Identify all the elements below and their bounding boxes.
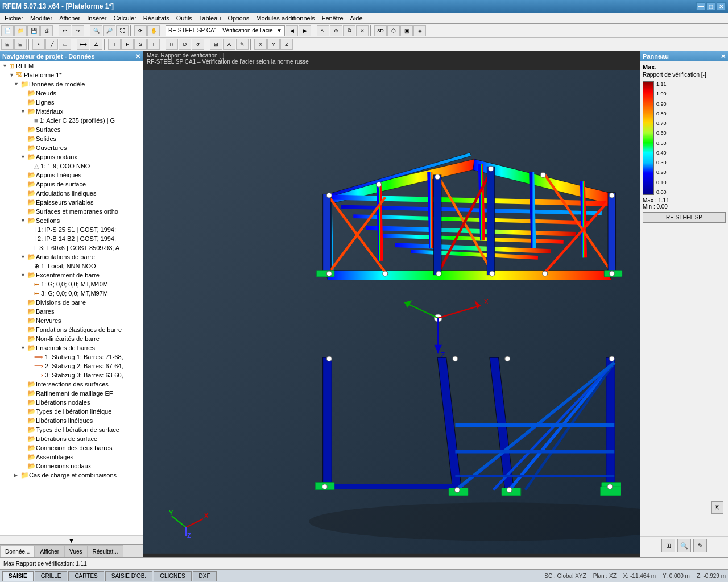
tb2-deform[interactable]: D — [179, 39, 191, 50]
menu-tableau[interactable]: Tableau — [196, 14, 225, 22]
tree-appuis-nodaux-1[interactable]: △ 1: 1-9; OOO NNO — [0, 161, 143, 171]
close-button[interactable]: ✕ — [717, 2, 726, 10]
tb2-stress[interactable]: σ — [192, 39, 204, 50]
tree-artic-barre[interactable]: ▼ 📂 Articulations de barre — [0, 252, 143, 261]
tb2-results[interactable]: R — [166, 39, 178, 50]
tb2-y[interactable]: Y — [267, 39, 280, 50]
tree-nervures[interactable]: 📂 Nervures — [0, 316, 143, 325]
tb-render[interactable]: ▣ — [400, 25, 413, 36]
tb-move[interactable]: ⊕ — [330, 25, 342, 36]
tree-section-3[interactable]: L 3: L 60x6 | GOST 8509-93; A — [0, 243, 143, 252]
tree-assemblages[interactable]: 📂 Assemblages — [0, 452, 143, 462]
tb2-filter[interactable]: ⊞ — [210, 39, 222, 50]
tree-liberations-nodales[interactable]: 📂 Libérations nodales — [0, 398, 143, 407]
tree-intersections[interactable]: 📂 Intersections des surfaces — [0, 380, 143, 389]
menu-modules[interactable]: Modules additionnels — [253, 14, 318, 22]
tb-new[interactable]: 📄 — [1, 25, 14, 36]
window-controls[interactable]: — □ ✕ — [696, 2, 726, 10]
tb-redo[interactable]: ↪ — [72, 25, 84, 36]
tb-undo[interactable]: ↩ — [59, 25, 71, 36]
tree-appuis-surface[interactable]: 📂 Appuis de surface — [0, 180, 143, 189]
tb-rotate[interactable]: ⟳ — [134, 25, 147, 36]
bottom-tab-glignes[interactable]: GLIGNES — [154, 571, 191, 581]
tree-excent-1[interactable]: ⇤ 1: G; 0,0; 0,0; MT,M40M — [0, 280, 143, 289]
tree-area[interactable]: ▼ ⊞ RFEM ▼ 🏗 Plateforme 1* ▼ 📁 Données d… — [0, 61, 143, 535]
menu-aide[interactable]: Aide — [347, 14, 366, 22]
tb2-grid[interactable]: ⊟ — [14, 39, 27, 50]
tb2-node[interactable]: • — [32, 39, 45, 50]
tb-save[interactable]: 💾 — [27, 25, 40, 36]
bottom-tab-dxf[interactable]: DXF — [193, 571, 217, 581]
tb-open[interactable]: 📁 — [14, 25, 27, 36]
panel-icon-3[interactable]: ✎ — [693, 539, 707, 552]
left-panel-close[interactable]: ✕ — [135, 53, 140, 60]
left-tab-donnees[interactable]: Donnée... — [0, 545, 35, 557]
left-tab-resultat[interactable]: Résultat... — [88, 545, 123, 557]
tree-liberations-surface[interactable]: 📂 Libérations de surface — [0, 434, 143, 443]
scroll-down-btn[interactable]: ▼ — [0, 535, 143, 544]
tree-sections[interactable]: ▼ 📂 Sections — [0, 216, 143, 225]
tb2-angle[interactable]: ∠ — [90, 39, 102, 50]
tree-excentrement[interactable]: ▼ 📂 Excentrement de barre — [0, 271, 143, 280]
tb-zoom-in[interactable]: 🔍 — [90, 25, 102, 36]
tb2-view-top[interactable]: T — [108, 39, 121, 50]
bottom-tab-saisie-ob[interactable]: SAISIE D'OB. — [105, 571, 152, 581]
tb-wire[interactable]: ⬡ — [387, 25, 400, 36]
tree-articulations-lineiques[interactable]: 📂 Articulations linéiques — [0, 189, 143, 198]
menu-afficher[interactable]: Afficher — [56, 14, 84, 22]
tree-model[interactable]: ▼ 🏗 Plateforme 1* — [0, 70, 143, 80]
rf-steel-button[interactable]: RF-STEEL SP — [643, 212, 726, 223]
bottom-tab-grille[interactable]: GRILLE — [35, 571, 68, 581]
left-tab-afficher[interactable]: Afficher — [35, 545, 64, 557]
tb2-view-iso[interactable]: I — [147, 39, 160, 50]
tree-non-linearites[interactable]: 📂 Non-linéarités de barre — [0, 334, 143, 343]
tb-print[interactable]: 🖨 — [40, 25, 53, 36]
tree-excent-3[interactable]: ⇤ 3: G; 0,0; 0,0; MT,M97M — [0, 289, 143, 298]
tb2-label[interactable]: A — [223, 39, 235, 50]
tree-root-rfem[interactable]: ▼ ⊞ RFEM — [0, 61, 143, 70]
tb-nav-left[interactable]: ◀ — [286, 25, 298, 36]
tb-nav-right[interactable]: ▶ — [299, 25, 311, 36]
tree-divisions-barre[interactable]: 📂 Divisions de barre — [0, 298, 143, 307]
tree-types-lib-surface[interactable]: 📂 Types de libération de surface — [0, 425, 143, 434]
menu-calculer[interactable]: Calculer — [110, 14, 139, 22]
tb-copy[interactable]: ⧉ — [343, 25, 355, 36]
tree-surfaces[interactable]: 📂 Surfaces — [0, 125, 143, 134]
tb2-measure[interactable]: ⟷ — [77, 39, 89, 50]
tree-ens-3[interactable]: ⟹ 3: Stabzug 3: Barres: 63-60, — [0, 371, 143, 380]
tb-zoom-out[interactable]: 🔎 — [103, 25, 115, 36]
tb2-view-side[interactable]: S — [134, 39, 147, 50]
tb2-z[interactable]: Z — [280, 39, 293, 50]
tree-connexions-nodaux[interactable]: 📂 Connexions nodaux — [0, 462, 143, 471]
tree-materiaux-1[interactable]: ■ 1: Acier C 235 (profilés) | G — [0, 116, 143, 125]
bottom-tab-saisie[interactable]: SAISIE — [2, 571, 34, 581]
menu-outils[interactable]: Outils — [173, 14, 196, 22]
right-panel-close[interactable]: ✕ — [721, 53, 726, 60]
tb-zoom-fit[interactable]: ⛶ — [116, 25, 129, 36]
tree-ens-2[interactable]: ⟹ 2: Stabzug 2: Barres: 67-64, — [0, 361, 143, 371]
menu-fichier[interactable]: Fichier — [1, 14, 27, 22]
tb2-annotate[interactable]: ✎ — [236, 39, 249, 50]
tree-solides[interactable]: 📂 Solides — [0, 134, 143, 143]
tb2-line[interactable]: ╱ — [46, 39, 58, 50]
module-dropdown[interactable]: RF-STEEL SP CA1 - Vérification de l'acie… — [166, 25, 285, 36]
tree-surfaces-membranes[interactable]: 📂 Surfaces et membranes ortho — [0, 207, 143, 216]
menu-inserer[interactable]: Insérer — [84, 14, 110, 22]
panel-icon-2[interactable]: 🔍 — [677, 539, 691, 552]
tree-noeuds[interactable]: 📂 Nœuds — [0, 89, 143, 98]
tb-delete[interactable]: ✕ — [356, 25, 369, 36]
menu-resultats[interactable]: Résultats — [140, 14, 173, 22]
tree-appuis-nodaux[interactable]: ▼ 📂 Appuis nodaux — [0, 152, 143, 161]
tree-types-liberation-lin[interactable]: 📂 Types de libération linéique — [0, 407, 143, 416]
tree-ensembles[interactable]: ▼ 📂 Ensembles de barres — [0, 343, 143, 352]
tree-artic-barre-1[interactable]: ⊕ 1: Local; NNN NOO — [0, 261, 143, 271]
panel-icon-zoom[interactable]: ⇱ — [711, 501, 723, 514]
menu-fenetre[interactable]: Fenêtre — [318, 14, 347, 22]
maximize-button[interactable]: □ — [706, 2, 715, 10]
tb-pan[interactable]: ✋ — [147, 25, 160, 36]
viewport[interactable]: Max. Rapport de vérification [-] RF-STEE… — [143, 51, 640, 557]
left-tab-vues[interactable]: Vues — [64, 545, 87, 557]
tree-donnees-modele[interactable]: ▼ 📁 Données de modèle — [0, 80, 143, 89]
viewport-canvas[interactable]: X Z — [143, 66, 640, 557]
tb2-surface[interactable]: ▭ — [59, 39, 71, 50]
